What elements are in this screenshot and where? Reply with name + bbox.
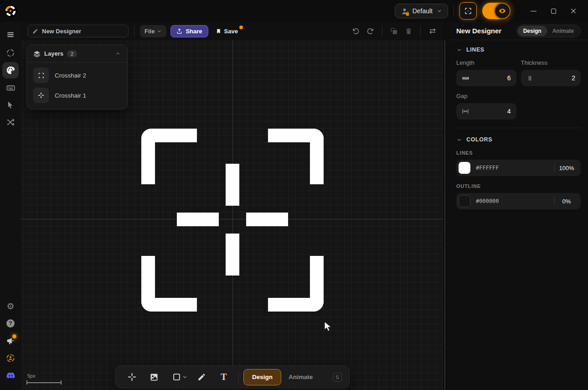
lines-section: LINES Length 6 Thickness — [449, 40, 588, 130]
hamburger-icon — [6, 30, 15, 39]
scale-bar — [26, 380, 62, 385]
layer-item-crosshair-1[interactable]: Crosshair 1 — [27, 85, 127, 105]
sidebar-item-crosshairs[interactable] — [2, 45, 19, 61]
menu-button[interactable] — [2, 26, 19, 43]
crosshair-line-right[interactable] — [246, 213, 288, 226]
chevron-down-icon — [157, 29, 162, 34]
close-button[interactable] — [563, 3, 583, 19]
crosshair-line-left[interactable] — [177, 213, 219, 226]
announcements-button[interactable] — [2, 333, 19, 349]
undo-button[interactable] — [352, 27, 360, 35]
layers-panel-header[interactable]: Layers 2 — [27, 45, 127, 62]
crosshair-line-bottom[interactable] — [226, 234, 239, 276]
layer-label: Crosshair 2 — [55, 72, 86, 79]
image-icon — [150, 373, 159, 382]
bookmark-icon — [216, 28, 222, 34]
layers-icon — [33, 50, 41, 57]
design-mode-button[interactable]: Design — [243, 369, 281, 385]
divider — [382, 26, 382, 36]
square-icon — [172, 373, 181, 381]
delete-button[interactable] — [405, 27, 413, 35]
inspector-panel: New Designer Design Animate LINES Length… — [449, 22, 588, 390]
crosshair-line-top[interactable] — [226, 164, 239, 206]
colors-section-header[interactable]: COLORS — [456, 136, 581, 143]
image-tool-button[interactable] — [145, 369, 163, 386]
sidebar-item-keybinds[interactable] — [2, 79, 19, 96]
lines-opacity-value[interactable]: 100% — [555, 165, 578, 172]
layers-count-badge: 2 — [67, 50, 77, 57]
chevron-down-icon — [437, 8, 442, 14]
crosshair-bracket-bottom-left[interactable] — [141, 256, 197, 312]
length-input[interactable]: 6 — [456, 70, 516, 86]
thickness-input[interactable]: 2 — [521, 70, 581, 86]
design-mode-label: Design — [252, 374, 273, 380]
sidebar-item-randomizer[interactable] — [2, 114, 19, 130]
settings-button[interactable]: ⚙ — [2, 298, 19, 314]
share-button[interactable]: Share — [170, 25, 208, 37]
crosshair-bracket-top-left[interactable] — [141, 129, 197, 184]
divider — [420, 26, 421, 36]
help-button[interactable]: ? — [2, 315, 19, 332]
discord-button[interactable] — [2, 367, 19, 384]
gap-field-group: Gap 4 — [456, 93, 516, 120]
length-value: 6 — [507, 74, 511, 82]
crosshair-bracket-bottom-right[interactable] — [268, 256, 324, 312]
close-icon — [570, 8, 577, 14]
gap-icon — [462, 108, 469, 115]
outline-color-row[interactable]: #000000 0% — [456, 193, 581, 209]
crosshair-tool-button[interactable] — [123, 369, 140, 386]
colors-section-title: COLORS — [466, 136, 492, 143]
inspector-mode-tabs: Design Animate — [516, 25, 581, 37]
eye-icon — [499, 7, 506, 15]
sidebar-item-cursor[interactable] — [2, 97, 19, 113]
duplicate-button[interactable] — [390, 27, 398, 35]
lines-color-swatch[interactable] — [459, 162, 470, 174]
text-tool-button[interactable]: T — [215, 369, 232, 386]
file-menu-button[interactable]: File — [140, 25, 166, 37]
animate-mode-label: Animate — [289, 374, 313, 380]
divider — [134, 26, 134, 36]
canvas-center-horizontal-line — [21, 219, 443, 219]
save-label: Save — [224, 28, 238, 35]
design-canvas[interactable]: Layers 2 Crosshair 2 — [21, 40, 443, 390]
layer-item-crosshair-2[interactable]: Crosshair 2 — [27, 65, 127, 85]
gap-input[interactable]: 4 — [456, 103, 516, 120]
save-button[interactable]: Save — [211, 25, 242, 37]
lines-hex-value: #FFFFFF — [476, 165, 499, 171]
thickness-field-group: Thickness 2 — [521, 59, 581, 86]
outline-color-swatch[interactable] — [459, 195, 470, 207]
tab-design[interactable]: Design — [518, 26, 547, 36]
scale-label: 5px — [27, 373, 62, 379]
section-divider — [456, 128, 581, 128]
scrollbar[interactable] — [444, 40, 445, 390]
thickness-icon — [526, 75, 533, 82]
layer-thumbnail — [33, 68, 49, 83]
project-name-input[interactable]: New Designer — [27, 25, 129, 37]
chevron-up-icon[interactable] — [115, 51, 121, 57]
colors-section: COLORS LINES #FFFFFF 100% OUTLINE #00000… — [449, 130, 588, 211]
minimize-button[interactable] — [523, 3, 543, 19]
maximize-button[interactable] — [543, 3, 563, 19]
profile-dropdown[interactable]: Default — [395, 4, 448, 18]
swap-button[interactable] — [428, 27, 437, 35]
window-controls — [523, 3, 583, 19]
shortcut-key-badge: S — [333, 373, 342, 382]
editor-header: New Designer File Share Save — [21, 22, 443, 40]
sidebar-item-designer[interactable] — [2, 62, 19, 78]
crosshair-bracket-top-right[interactable] — [268, 129, 324, 184]
chevron-down-icon — [456, 137, 462, 143]
outline-opacity-value[interactable]: 0% — [555, 198, 578, 205]
chevron-down-icon[interactable] — [182, 374, 188, 380]
community-button[interactable] — [2, 350, 19, 366]
redo-button[interactable] — [366, 27, 374, 35]
shortcut-key-label: S — [335, 374, 339, 380]
lines-color-row[interactable]: #FFFFFF 100% — [456, 160, 581, 176]
tab-animate[interactable]: Animate — [547, 26, 579, 36]
overlay-preview-button[interactable] — [459, 2, 477, 20]
lines-section-header[interactable]: LINES — [456, 47, 581, 53]
gap-label: Gap — [456, 93, 516, 99]
divider — [454, 5, 454, 16]
draw-tool-button[interactable] — [193, 369, 210, 386]
animate-mode-button[interactable]: Animate — [281, 369, 320, 385]
visibility-toggle[interactable] — [482, 3, 511, 19]
